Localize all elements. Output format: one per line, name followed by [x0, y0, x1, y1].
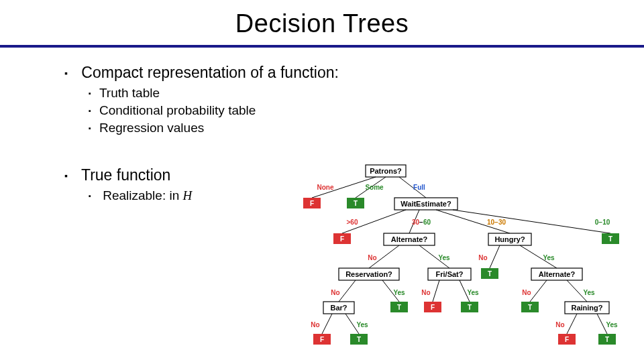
- leaf-T: T: [357, 336, 361, 343]
- leaf-F: F: [431, 304, 435, 311]
- edge-yes: Yes: [356, 321, 368, 328]
- edge-yes: Yes: [583, 289, 595, 296]
- svg-line-23: [339, 280, 356, 302]
- leaf-T: T: [608, 235, 612, 243]
- node-patrons: Patrons?: [370, 167, 402, 175]
- svg-line-27: [530, 280, 547, 302]
- edge-no: No: [331, 289, 339, 296]
- edge-no: No: [522, 289, 531, 296]
- sub-bullet: Conditional probability table: [89, 103, 596, 118]
- edge-yes: Yes: [606, 321, 618, 328]
- edge-none: None: [317, 184, 334, 191]
- leaf-T: T: [354, 200, 358, 207]
- edge-some: Some: [365, 184, 384, 191]
- bullet-list: Compact representation of a function: Tr…: [64, 64, 596, 135]
- edge-yes: Yes: [543, 254, 555, 261]
- page-title: Decision Trees: [0, 0, 644, 38]
- leaf-F: F: [320, 336, 324, 343]
- decision-tree-figure: Patrons? None Some Full F T WaitEstimate…: [268, 161, 631, 355]
- edge-full: Full: [413, 184, 425, 191]
- leaf-F: F: [565, 336, 569, 343]
- edge-no: No: [555, 321, 564, 328]
- edge-10-30: 10−30: [487, 219, 506, 226]
- bullet-text: True function: [81, 166, 170, 184]
- symbol-H: H: [183, 188, 193, 202]
- bullet-text: Compact representation of a function:: [81, 64, 339, 81]
- node-reservation: Reservation?: [345, 270, 392, 278]
- leaf-F: F: [310, 200, 314, 207]
- svg-line-35: [322, 314, 332, 334]
- leaf-T: T: [488, 270, 492, 278]
- leaf-T: T: [605, 336, 609, 343]
- edge-yes: Yes: [393, 289, 405, 296]
- svg-line-10: [453, 210, 610, 233]
- node-raining: Raining?: [571, 304, 602, 312]
- edge-0-10: 0−10: [595, 219, 610, 226]
- edge-30-60: 30−60: [412, 219, 431, 226]
- edge-yes: Yes: [438, 254, 450, 261]
- node-hungry: Hungry?: [494, 235, 525, 243]
- leaf-T: T: [468, 304, 472, 311]
- leaf-F: F: [340, 235, 344, 243]
- sub-bullet: Truth table: [89, 86, 596, 101]
- edge-no: No: [421, 289, 430, 296]
- slide: Decision Trees Compact representation of…: [0, 0, 644, 362]
- node-bar: Bar?: [330, 304, 347, 312]
- edge-yes: Yes: [467, 289, 479, 296]
- node-frisat: Fri/Sat?: [436, 270, 464, 278]
- svg-line-17: [490, 245, 500, 268]
- sub-bullet: Regression values: [89, 121, 596, 135]
- realizable-prefix: Realizable: in: [103, 188, 182, 202]
- sub-list-1: Truth table Conditional probability tabl…: [89, 86, 596, 135]
- edge-no: No: [368, 254, 376, 261]
- leaf-T: T: [528, 304, 532, 311]
- svg-line-25: [433, 280, 439, 302]
- bullet-compact: Compact representation of a function: Tr…: [64, 64, 596, 135]
- svg-line-37: [567, 314, 577, 334]
- edge-no: No: [311, 321, 319, 328]
- edge-no: No: [478, 254, 487, 261]
- leaf-T: T: [397, 304, 401, 311]
- node-waitest: WaitEstimate?: [400, 200, 451, 208]
- node-alternate2: Alternate?: [539, 270, 576, 278]
- edge-gt60: >60: [347, 219, 358, 226]
- node-alternate1: Alternate?: [391, 235, 428, 243]
